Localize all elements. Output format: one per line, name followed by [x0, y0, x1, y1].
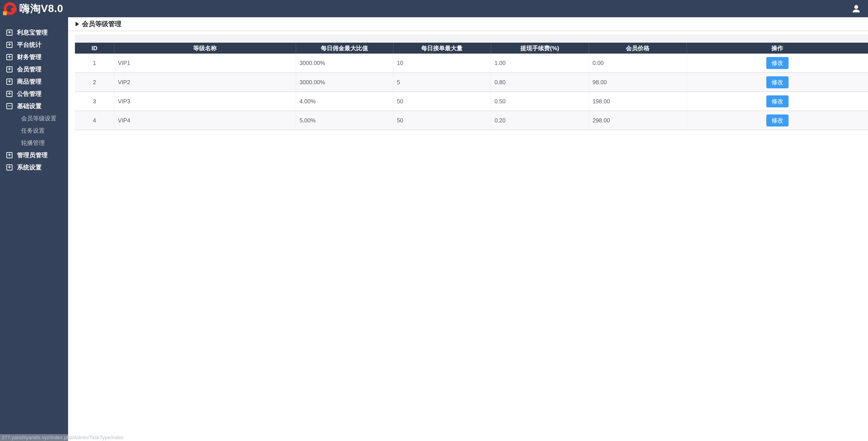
cell-name: VIP1	[114, 54, 296, 73]
cell-max_commission: 3000.00%	[296, 54, 393, 73]
plus-icon: +	[6, 66, 12, 72]
cell-name: VIP4	[114, 111, 296, 130]
table-row: 3VIP34.00%500.50198.00修改	[75, 92, 868, 111]
sidebar-item[interactable]: +公告管理	[0, 88, 68, 100]
cell-actions: 修改	[687, 111, 868, 130]
sidebar-item[interactable]: +商品管理	[0, 76, 68, 88]
app-header: 嗨淘V8.0	[0, 0, 868, 17]
column-header: 操作	[687, 43, 868, 54]
sidebar-item-label: 基础设置	[17, 102, 41, 110]
sidebar-item[interactable]: −基础设置	[0, 100, 68, 112]
cell-actions: 修改	[687, 73, 868, 92]
page-titlebar: 会员等级管理	[68, 17, 868, 31]
sidebar-item[interactable]: +系统设置	[0, 161, 68, 174]
sidebar-item-label: 平台统计	[17, 41, 41, 49]
sidebar-item[interactable]: +管理员管理	[0, 149, 68, 161]
column-header: 会员价格	[589, 43, 687, 54]
sidebar-item-label: 利息宝管理	[17, 28, 48, 36]
sidebar-item-label: 系统设置	[17, 163, 41, 172]
table-body: 1VIP13000.00%101.000.00修改2VIP23000.00%50…	[75, 54, 868, 130]
sidebar-item-label: 财务管理	[17, 53, 41, 61]
cell-id: 2	[75, 73, 114, 92]
table-row: 2VIP23000.00%50.8098.00修改	[75, 73, 868, 92]
member-levels-table: ID等级名称每日佣金最大比值每日接单最大量提现手续费(%)会员价格操作 1VIP…	[75, 43, 868, 130]
cell-max_orders: 50	[393, 111, 491, 130]
sidebar-subitem[interactable]: 会员等级设置	[0, 112, 68, 124]
cell-max_commission: 4.00%	[296, 92, 393, 111]
table-row: 1VIP13000.00%101.000.00修改	[75, 54, 868, 73]
sidebar-item[interactable]: +平台统计	[0, 39, 68, 51]
sidebar: +利息宝管理+平台统计+财务管理+会员管理+商品管理+公告管理−基础设置会员等级…	[0, 17, 68, 441]
sidebar-item[interactable]: +财务管理	[0, 51, 68, 63]
column-header: 等级名称	[114, 43, 296, 54]
sidebar-item-label: 商品管理	[17, 78, 41, 86]
cell-price: 98.00	[589, 73, 687, 92]
cell-max_commission: 5.00%	[296, 111, 393, 130]
app-title: 嗨淘V8.0	[20, 2, 63, 16]
table-row: 4VIP45.00%500.20298.00修改	[75, 111, 868, 130]
plus-icon: +	[6, 152, 12, 158]
cell-max_commission: 3000.00%	[296, 73, 393, 92]
cell-id: 3	[75, 92, 114, 111]
plus-icon: +	[6, 42, 12, 48]
plus-icon: +	[6, 79, 12, 85]
user-avatar-icon[interactable]	[851, 4, 861, 13]
plus-icon: +	[6, 30, 12, 36]
cell-max_orders: 50	[393, 92, 491, 111]
sidebar-item-label: 公告管理	[17, 90, 41, 98]
page-title: 会员等级管理	[82, 20, 121, 29]
table-toolbar	[75, 34, 868, 43]
plus-icon: +	[6, 54, 12, 60]
cell-actions: 修改	[687, 92, 868, 111]
cell-max_orders: 10	[393, 54, 491, 73]
sidebar-menu: +利息宝管理+平台统计+财务管理+会员管理+商品管理+公告管理−基础设置会员等级…	[0, 26, 68, 174]
main-content: 会员等级管理 ID等级名称每日佣金最大比值每日接单最大量提现手续费(%)会员价格…	[68, 17, 868, 441]
cell-withdraw_fee: 0.20	[491, 111, 589, 130]
sidebar-item-label: 会员管理	[17, 65, 41, 74]
cell-price: 298.00	[589, 111, 687, 130]
cell-max_orders: 5	[393, 73, 491, 92]
cell-price: 198.00	[589, 92, 687, 111]
column-header: 每日接单最大量	[393, 43, 491, 54]
column-header: 每日佣金最大比值	[296, 43, 393, 54]
table-header-row: ID等级名称每日佣金最大比值每日接单最大量提现手续费(%)会员价格操作	[75, 43, 868, 54]
logo-g-icon	[4, 2, 17, 15]
sidebar-item[interactable]: +利息宝管理	[0, 26, 68, 39]
sidebar-item[interactable]: +会员管理	[0, 63, 68, 76]
caret-right-icon	[75, 22, 79, 26]
minus-icon: −	[6, 103, 12, 109]
sidebar-subitem[interactable]: 任务设置	[0, 124, 68, 137]
cell-name: VIP3	[114, 92, 296, 111]
plus-icon: +	[6, 91, 12, 97]
edit-button[interactable]: 修改	[766, 57, 788, 69]
cell-id: 1	[75, 54, 114, 73]
cell-actions: 修改	[687, 54, 868, 73]
cell-withdraw_fee: 0.50	[491, 92, 589, 111]
cell-withdraw_fee: 0.80	[491, 73, 589, 92]
table-card: ID等级名称每日佣金最大比值每日接单最大量提现手续费(%)会员价格操作 1VIP…	[75, 34, 868, 130]
cell-id: 4	[75, 111, 114, 130]
status-url-tooltip: 277.yanshiyanshi.xyz/index.php/Admin/Tas…	[0, 434, 127, 441]
cell-name: VIP2	[114, 73, 296, 92]
column-header: 提现手续费(%)	[491, 43, 589, 54]
cell-price: 0.00	[589, 54, 687, 73]
column-header: ID	[75, 43, 114, 54]
cell-withdraw_fee: 1.00	[491, 54, 589, 73]
sidebar-subitem[interactable]: 轮播管理	[0, 137, 68, 149]
sidebar-item-label: 管理员管理	[17, 151, 48, 159]
edit-button[interactable]: 修改	[766, 114, 788, 126]
app-logo: 嗨淘V8.0	[0, 2, 63, 16]
edit-button[interactable]: 修改	[766, 76, 788, 88]
plus-icon: +	[6, 165, 12, 171]
edit-button[interactable]: 修改	[766, 95, 788, 108]
